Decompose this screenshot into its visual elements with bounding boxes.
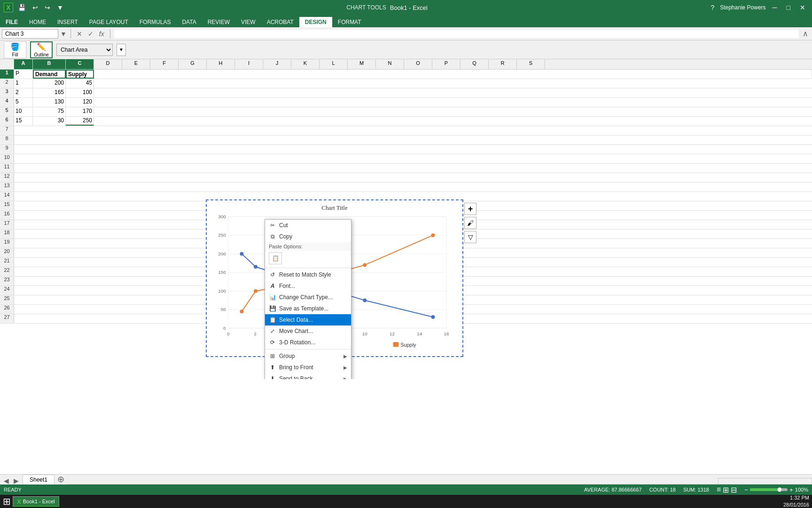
sheet-tab-sheet1[interactable]: Sheet1 [23,475,55,484]
menu-item-cut[interactable]: ✂ Cut [265,220,351,231]
tab-review[interactable]: REVIEW [202,17,235,27]
menu-item-send-back[interactable]: ⬇ Send to Back ▶ [265,373,351,379]
cell-c6[interactable]: 250 [66,117,94,126]
tab-home[interactable]: HOME [23,17,52,27]
cell-b4[interactable]: 130 [33,98,66,107]
outline-btn[interactable]: ✏️ Outline [30,41,53,58]
save-quick-btn[interactable]: 💾 [16,3,28,12]
row-num: 13 [0,183,14,191]
fill-btn[interactable]: 🪣 Fill [4,41,26,58]
col-header-e: E [122,59,150,69]
taskbar-excel-app[interactable]: X Book1 - Excel [13,496,59,507]
cell-a6[interactable]: 15 [14,117,33,126]
cell-b5[interactable]: 75 [33,107,66,116]
scroll-sheets-left[interactable]: ◀ [2,477,11,484]
row-num: 7 [0,126,14,135]
cut-label: Cut [279,222,347,229]
chart-area-select[interactable]: Chart Area [56,44,113,56]
confirm-formula-btn[interactable]: ✓ [86,30,95,38]
svg-point-27 [254,265,258,269]
add-sheet-btn[interactable]: ⊕ [55,474,67,484]
cell-b1[interactable]: Demand [33,70,66,79]
tab-formulas[interactable]: FORMULAS [134,17,177,27]
move-chart-label: Move Chart... [279,328,347,334]
tab-format[interactable]: FORMAT [332,17,367,27]
scroll-sheets-right[interactable]: ▶ [12,477,21,484]
cell-a3[interactable]: 2 [14,88,33,97]
cell-c4[interactable]: 120 [66,98,94,107]
title-bar: X 💾 ↩ ↪ ▼ CHART TOOLS Book1 - Excel ? St… [0,0,812,15]
menu-item-reset[interactable]: ↺ Reset to Match Style [265,269,351,280]
page-layout-btn[interactable]: ⊞ [723,485,729,494]
menu-item-3d-rotation[interactable]: ⟳ 3-D Rotation... [265,337,351,348]
tab-file[interactable]: FILE [0,17,23,27]
sheet-tab-spacer [67,484,718,484]
expand-btn[interactable]: ▼ [60,30,67,38]
formula-input[interactable] [114,30,799,38]
undo-btn[interactable]: ↩ [31,3,40,12]
customize-btn[interactable]: ▼ [55,3,65,12]
cell-c5[interactable]: 170 [66,107,94,116]
svg-text:300: 300 [218,214,226,219]
tab-data[interactable]: DATA [176,17,202,27]
chart-style-btn[interactable]: 🖌 [464,217,476,229]
col-header-r: R [489,59,517,69]
cell-c3[interactable]: 100 [66,88,94,97]
menu-item-bring-front[interactable]: ⬆ Bring to Front ▶ [265,362,351,373]
zoom-handle[interactable] [777,487,782,492]
expand-formula-btn[interactable]: ∧ [801,29,810,38]
tab-view[interactable]: VIEW [235,17,261,27]
chart-add-btn[interactable]: + [464,203,476,215]
cut-icon: ✂ [269,222,276,229]
chart-tools-badge: CHART TOOLS [346,4,386,11]
menu-item-select-data[interactable]: 📋 Select Data... [265,314,351,325]
col-header-s: S [517,59,545,69]
tab-page-layout[interactable]: PAGE LAYOUT [84,17,134,27]
cell-a1[interactable]: P [14,70,33,79]
insert-function-btn[interactable]: fx [97,30,106,38]
cell-b3[interactable]: 165 [33,88,66,97]
zoom-out-btn[interactable]: − [744,486,748,493]
menu-item-move-chart[interactable]: ⤢ Move Chart... [265,325,351,337]
table-row: 8 [0,135,812,145]
tab-design[interactable]: DESIGN [299,17,332,27]
start-button[interactable]: ⊞ [3,496,11,507]
cell-b6[interactable]: 30 [33,117,66,126]
menu-item-change-chart[interactable]: 📊 Change Chart Type... [265,292,351,303]
normal-view-btn[interactable]: ≡ [717,485,721,494]
row-num: 23 [0,277,14,286]
restore-btn[interactable]: □ [784,4,793,11]
minimize-btn[interactable]: ─ [770,4,780,11]
page-break-btn[interactable]: ⊟ [731,485,737,494]
zoom-slider[interactable] [750,488,788,491]
taskbar-clock: 1:32 PM 28/01/2016 [783,494,809,508]
menu-item-copy[interactable]: ⧉ Copy [265,231,351,242]
title-bar-right: ? Stephanie Powers ─ □ ✕ [709,3,808,12]
redo-btn[interactable]: ↪ [43,3,52,12]
cancel-formula-btn[interactable]: ✕ [75,30,84,38]
tab-acrobat[interactable]: ACROBAT [261,17,299,27]
title-bar-center: CHART TOOLS Book1 - Excel [346,4,428,11]
close-btn[interactable]: ✕ [797,4,808,11]
save-template-icon: 💾 [269,305,276,312]
chart-area-dropdown[interactable]: ▼ [117,44,126,56]
cell-a4[interactable]: 5 [14,98,33,107]
cell-c1[interactable]: Supply [66,70,94,79]
menu-item-group[interactable]: ⊞ Group ▶ [265,350,351,362]
help-btn[interactable]: ? [709,3,716,12]
cell-c2[interactable]: 45 [66,79,94,88]
cell-b2[interactable]: 200 [33,79,66,88]
chart-filter-btn[interactable]: ▽ [464,231,476,243]
h-scroll[interactable] [718,478,812,484]
bring-front-icon: ⬆ [269,364,276,371]
menu-item-font[interactable]: A Font... [265,280,351,292]
cell-rest-3 [94,88,812,97]
row-num-2: 2 [0,79,14,88]
paste-icon-btn[interactable]: 📋 [269,252,282,264]
zoom-in-btn[interactable]: + [789,486,793,493]
cell-a2[interactable]: 1 [14,79,33,88]
tab-insert[interactable]: INSERT [52,17,84,27]
name-box[interactable]: Chart 3 [2,29,58,39]
menu-item-save-template[interactable]: 💾 Save as Template... [265,303,351,314]
cell-a5[interactable]: 10 [14,107,33,116]
